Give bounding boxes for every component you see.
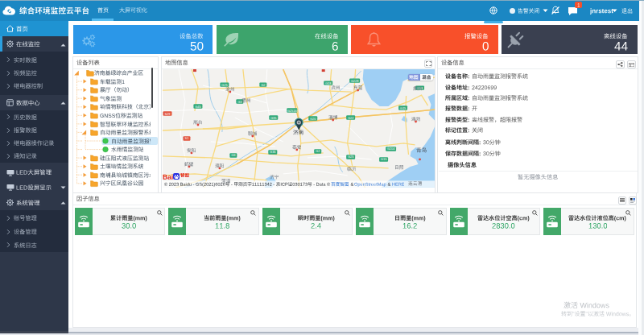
- svg-text:G22: G22: [347, 115, 353, 119]
- svg-text:G15: G15: [399, 105, 406, 110]
- svg-text:G45: G45: [195, 104, 201, 108]
- svg-text:G3: G3: [231, 153, 236, 157]
- svg-text:G35: G35: [270, 115, 277, 119]
- svg-text:G2: G2: [261, 82, 266, 86]
- svg-text:G2516: G2516: [287, 108, 297, 112]
- svg-text:S1: S1: [184, 136, 189, 140]
- svg-text:G204: G204: [386, 147, 395, 151]
- svg-text:G2: G2: [316, 149, 320, 153]
- svg-text:S29: S29: [164, 111, 171, 115]
- svg-text:G15: G15: [380, 157, 386, 161]
- svg-text:G35: G35: [270, 150, 276, 154]
- svg-text:G25: G25: [347, 155, 353, 159]
- svg-text:G20: G20: [309, 116, 316, 120]
- svg-text:G228: G228: [350, 78, 359, 82]
